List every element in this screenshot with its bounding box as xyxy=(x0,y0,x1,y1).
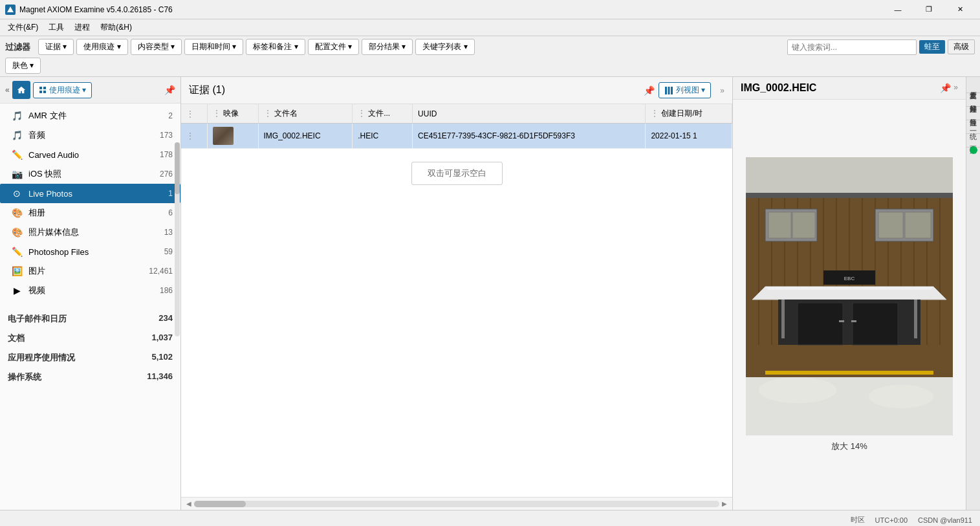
row-uuid: CE451E77-7395-43CF-9821-6D1F5DF593F3 xyxy=(413,124,646,149)
sidebar: « 使用痕迹 ▾ 📌 🎵 AMR 文件 2 🎵 音频 173 xyxy=(0,77,181,510)
menu-bar: 文件(&F) 工具 进程 帮助(&H) xyxy=(0,19,980,36)
sidebar-item-carved-audio[interactable]: ✏️ Carved Audio 178 xyxy=(0,145,180,164)
toolbar: 过滤器 证据 ▾ 使用痕迹 ▾ 内容类型 ▾ 日期和时间 ▾ 标签和备注 ▾ 配… xyxy=(0,36,980,77)
svg-marker-28 xyxy=(765,287,933,290)
sidebar-item-live-photos[interactable]: ⊙ Live Photos 1 xyxy=(0,184,180,203)
vtab-original[interactable]: 查看原文 xyxy=(966,80,980,93)
content-pin-button[interactable]: 📌 xyxy=(644,85,655,96)
svg-rect-6 xyxy=(668,87,670,94)
whitespace-box[interactable]: 双击可显示空白 xyxy=(411,162,503,185)
right-panel-expand[interactable]: » xyxy=(953,83,958,93)
filter-content-type[interactable]: 内容类型 ▾ xyxy=(131,39,182,55)
sidebar-item-photo-media-info[interactable]: 🎨 照片媒体信息 13 xyxy=(0,223,180,242)
filter-tags[interactable]: 标签和备注 ▾ xyxy=(246,39,305,55)
row-date: 2022-01-15 1 xyxy=(646,124,732,149)
col-image[interactable]: ⋮映像 xyxy=(207,104,258,124)
right-panel-image-area: EBC xyxy=(733,100,966,510)
svg-rect-40 xyxy=(878,212,903,238)
filter-datetime[interactable]: 日期和时间 ▾ xyxy=(184,39,243,55)
filter-profile[interactable]: 配置文件 ▾ xyxy=(308,39,359,55)
vtab-preference-notes[interactable]: 偏好注释 xyxy=(966,93,980,107)
content-area: 证据 (1) 📌 列视图 ▾ » ⋮ ⋮映像 ⋮文件名 ⋮文件... xyxy=(181,77,733,510)
sidebar-item-amr[interactable]: 🎵 AMR 文件 2 xyxy=(0,106,180,126)
svg-rect-32 xyxy=(839,320,844,322)
scroll-left-arrow[interactable]: ◀ xyxy=(184,499,194,509)
row-filetype: .HEIC xyxy=(353,124,413,149)
filter-skin-color[interactable]: 肤色 ▾ xyxy=(5,58,41,74)
group-email-calendar[interactable]: 电子邮件和日历 234 xyxy=(0,308,180,327)
credits: CSDN @vlan911 xyxy=(918,516,972,524)
whitespace-hint-area: 双击可显示空白 xyxy=(181,149,732,198)
amr-icon: 🎵 xyxy=(10,109,23,122)
sidebar-item-album[interactable]: 🎨 相册 6 xyxy=(0,203,180,223)
col-filetype[interactable]: ⋮文件... xyxy=(353,104,413,124)
goto-button[interactable]: 蛙至 xyxy=(919,40,945,54)
vtab-unified[interactable]: 统一 xyxy=(966,120,980,134)
filter-label: 过滤器 xyxy=(5,41,30,53)
menu-tools[interactable]: 工具 xyxy=(43,21,69,34)
row-drag: ⋮ xyxy=(181,124,207,149)
svg-rect-2 xyxy=(43,87,46,89)
col-filename[interactable]: ⋮文件名 xyxy=(258,104,353,124)
status-bar: 时区 UTC+0:00 CSDN @vlan911 xyxy=(0,510,980,526)
svg-rect-47 xyxy=(746,193,953,198)
filter-artifacts[interactable]: 使用痕迹 ▾ xyxy=(76,39,127,55)
filter-partial[interactable]: 部分结果 ▾ xyxy=(362,39,413,55)
right-panel: IMG_0002.HEIC 📌 » xyxy=(733,77,966,510)
view-toggle-button[interactable]: 列视图 ▾ xyxy=(659,82,711,98)
advanced-button[interactable]: 高级 xyxy=(948,39,975,54)
sidebar-item-images[interactable]: 🖼️ 图片 12,461 xyxy=(0,261,180,281)
sidebar-item-ios-snapshot[interactable]: 📷 iOS 快照 276 xyxy=(0,164,180,184)
table-row[interactable]: ⋮ IMG_0002.HEIC .HEIC CE451E77-7395-43CF… xyxy=(181,124,732,149)
vtab-summary[interactable]: 摘要 xyxy=(966,134,980,148)
content-footer: ◀ ▶ xyxy=(181,497,732,510)
video-icon: ▶ xyxy=(10,284,23,297)
scroll-right-arrow[interactable]: ▶ xyxy=(719,499,730,509)
artifacts-view-button[interactable]: 使用痕迹 ▾ xyxy=(33,82,92,98)
carved-audio-icon: ✏️ xyxy=(10,148,23,161)
minimize-button[interactable]: — xyxy=(883,0,913,19)
maximize-button[interactable]: ❐ xyxy=(914,0,944,19)
sidebar-item-photoshop[interactable]: ✏️ Photoshop Files 59 xyxy=(0,242,180,261)
image-preview: EBC xyxy=(746,157,953,435)
right-panel-pin[interactable]: 📌 xyxy=(940,83,951,93)
content-title: 证据 (1) xyxy=(189,83,225,97)
table-container: ⋮ ⋮映像 ⋮文件名 ⋮文件... UUID ⋮创建日期/时 ⋮ xyxy=(181,104,732,497)
svg-rect-38 xyxy=(792,212,815,238)
window-controls: — ❐ ✕ xyxy=(883,0,975,19)
menu-help[interactable]: 帮助(&H) xyxy=(95,21,137,34)
svg-text:EBC: EBC xyxy=(844,276,855,281)
filter-keywords[interactable]: 关键字列表 ▾ xyxy=(415,39,474,55)
group-os[interactable]: 操作系统 11,346 xyxy=(0,366,180,386)
vtab-value-notes[interactable]: 值注释 xyxy=(966,107,980,120)
sidebar-pin-button[interactable]: 📌 xyxy=(164,85,175,95)
zoom-label: 放大 14% xyxy=(831,441,867,452)
svg-rect-44 xyxy=(765,371,933,375)
ios-snapshot-icon: 📷 xyxy=(10,168,23,181)
thumbnail xyxy=(213,127,234,145)
window-title: Magnet AXIOM Examine v5.4.0.26185 - C76 xyxy=(19,5,883,14)
close-button[interactable]: ✕ xyxy=(945,0,975,19)
col-uuid[interactable]: UUID xyxy=(413,104,646,124)
right-panel-title: IMG_0002.HEIC xyxy=(741,82,816,94)
panel-controls: 📌 » xyxy=(940,83,958,93)
collapse-sidebar-button[interactable]: « xyxy=(5,85,10,94)
content-expand-button[interactable]: » xyxy=(720,86,724,95)
home-button[interactable] xyxy=(12,81,30,99)
main-area: « 使用痕迹 ▾ 📌 🎵 AMR 文件 2 🎵 音频 173 xyxy=(0,77,980,510)
svg-rect-3 xyxy=(39,91,42,93)
col-date[interactable]: ⋮创建日期/时 xyxy=(646,104,732,124)
filter-evidence[interactable]: 证据 ▾ xyxy=(38,39,74,55)
sidebar-item-audio[interactable]: 🎵 音频 173 xyxy=(0,126,180,145)
images-icon: 🖼️ xyxy=(10,265,23,278)
scroll-track[interactable] xyxy=(194,501,719,507)
menu-process[interactable]: 进程 xyxy=(69,21,95,34)
status-dot xyxy=(970,146,977,154)
data-table: ⋮ ⋮映像 ⋮文件名 ⋮文件... UUID ⋮创建日期/时 ⋮ xyxy=(181,104,732,149)
search-input[interactable] xyxy=(787,39,917,55)
group-app-usage[interactable]: 应用程序使用情况 5,102 xyxy=(0,347,180,366)
row-image xyxy=(207,124,258,149)
group-documents[interactable]: 文档 1,037 xyxy=(0,327,180,347)
sidebar-item-video[interactable]: ▶ 视频 186 xyxy=(0,281,180,300)
menu-file[interactable]: 文件(&F) xyxy=(3,21,43,34)
